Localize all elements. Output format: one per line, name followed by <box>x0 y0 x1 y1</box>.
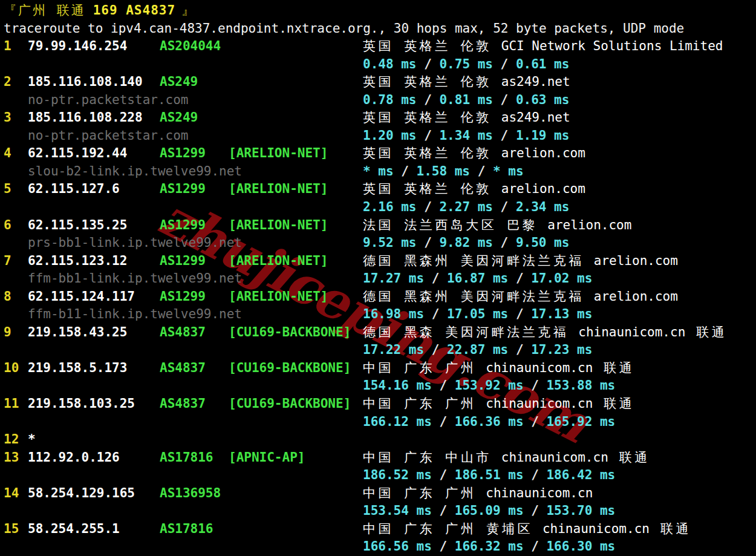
hop-as-tag: [CU169-BACKBONE] <box>229 359 351 378</box>
hop-row: 462.115.192.44AS1299[ARELION-NET]英国 英格兰 … <box>0 145 756 163</box>
rtt-separator: / <box>432 468 455 482</box>
hop-detail-row: 186.52 ms / 186.51 ms / 186.42 ms <box>0 466 756 485</box>
hop-isp: 联通 <box>660 522 691 536</box>
hop-asn: AS17816 <box>160 520 213 538</box>
rtt-separator: / <box>524 503 547 518</box>
hop-row: 9219.158.43.25AS4837[CU169-BACKBONE]德国 黑… <box>0 324 756 342</box>
hop-org: chinaunicom.cn <box>486 396 593 411</box>
hop-number: 11 <box>4 395 19 413</box>
rtt-separator: / <box>432 378 455 393</box>
hop-rtt: 17.22 ms / 22.87 ms / 17.23 ms <box>363 341 592 359</box>
hop-rtt-value: 9.52 ms <box>363 235 417 250</box>
hop-rtt-value: 165.09 ms <box>455 503 524 518</box>
hop-geo-block: 英国 英格兰 伦敦as249.net <box>363 73 570 91</box>
hop-rtt-value: 0.48 ms <box>363 57 417 71</box>
hop-org: chinaunicom.cn <box>486 486 593 500</box>
hop-rtt-value: 153.54 ms <box>363 503 432 518</box>
hop-rtt-value: 153.88 ms <box>546 378 615 393</box>
hop-ip: 219.158.5.173 <box>28 359 127 378</box>
hop-rtt-value: 17.22 ms <box>363 342 424 357</box>
hop-rtt-value: 2.16 ms <box>363 200 417 214</box>
hop-asn: AS136958 <box>160 485 221 503</box>
hop-number: 4 <box>4 145 11 163</box>
hop-geo: 德国 黑森州 美因河畔法兰克福 <box>363 253 584 268</box>
hop-ip: 62.115.135.25 <box>28 217 127 235</box>
hop-geo-block: 德国 黑森州 美因河畔法兰克福arelion.com <box>363 252 678 270</box>
hop-number: 15 <box>4 520 19 538</box>
rtt-separator: / <box>493 235 516 250</box>
hop-geo-block: 英国 英格兰 伦敦arelion.com <box>363 180 585 198</box>
hop-rtt-value: 1.58 ms <box>417 164 471 178</box>
rtt-separator: / <box>524 414 547 429</box>
hop-hostname: ffm-b11-link.ip.twelve99.net <box>28 306 242 324</box>
rtt-separator: / <box>432 503 455 518</box>
hop-geo-block: 德国 黑森州 美因河畔法兰克福arelion.com <box>363 288 678 306</box>
hop-row: 762.115.123.12AS1299[ARELION-NET]德国 黑森州 … <box>0 252 756 270</box>
hop-rtt-value: 17.13 ms <box>531 307 592 321</box>
hop-rtt: 0.78 ms / 0.81 ms / 0.63 ms <box>363 91 569 110</box>
hop-rtt-value: 0.81 ms <box>439 93 493 107</box>
hop-geo-block: 法国 法兰西岛大区 巴黎arelion.com <box>363 217 631 235</box>
hop-geo-block: 中国 广东 广州 黄埔区chinaunicom.cn联通 <box>363 520 691 538</box>
hop-rtt: 16.98 ms / 17.05 ms / 17.13 ms <box>363 306 592 324</box>
rtt-separator: / <box>493 57 516 71</box>
rtt-separator: / <box>432 539 455 554</box>
hop-rtt: 154.16 ms / 153.92 ms / 153.88 ms <box>363 377 615 395</box>
trace-header: 『广州 联通169 AS4837』 <box>4 2 194 20</box>
rtt-separator: / <box>424 271 447 286</box>
hop-detail-row: 2.16 ms / 2.27 ms / 2.34 ms <box>0 198 756 217</box>
hop-number: 12 <box>4 431 19 449</box>
hop-rtt-value: 17.02 ms <box>531 271 592 286</box>
hop-org: chinaunicom.cn <box>543 522 650 536</box>
hop-geo: 法国 法兰西岛大区 巴黎 <box>363 218 538 232</box>
hop-geo: 德国 黑森 美因河畔法兰克福 <box>363 325 569 339</box>
rtt-separator: / <box>432 414 455 429</box>
hop-org: GCI Network Solutions Limited <box>501 39 723 53</box>
hop-as-tag: [ARELION-NET] <box>229 252 328 270</box>
rtt-separator: / <box>493 93 516 107</box>
hop-row: 1558.254.255.1AS17816中国 广东 广州 黄埔区chinaun… <box>0 520 756 538</box>
terminal-window: zhujiceping.com 『广州 联通169 AS4837』 tracer… <box>0 0 756 556</box>
hop-rtt: 0.48 ms / 0.75 ms / 0.61 ms <box>363 56 569 74</box>
hop-geo: 中国 广东 广州 <box>363 396 476 411</box>
hop-detail-row: 17.22 ms / 22.87 ms / 17.23 ms <box>0 341 756 359</box>
trace-header-bracket: 』 <box>181 3 194 18</box>
hop-geo-block: 德国 黑森 美因河畔法兰克福chinaunicom.cn联通 <box>363 324 727 342</box>
hop-rtt-value: 9.50 ms <box>516 235 570 250</box>
hop-isp: 联通 <box>604 361 634 375</box>
hop-ip: 185.116.108.140 <box>28 73 143 91</box>
rtt-separator: / <box>417 235 440 250</box>
hop-geo: 中国 广东 广州 <box>363 361 476 375</box>
hop-rtt-value: * ms <box>493 164 524 178</box>
hop-rtt-value: 1.34 ms <box>439 128 493 143</box>
hop-ip: 79.99.146.254 <box>28 38 127 56</box>
hop-geo: 中国 广东 广州 <box>363 486 476 500</box>
hop-hostname: no-ptr.packetstar.com <box>28 127 189 145</box>
hop-row: 12* <box>0 431 756 449</box>
hop-detail-row: no-ptr.packetstar.com1.20 ms / 1.34 ms /… <box>0 127 756 145</box>
hop-rtt: 186.52 ms / 186.51 ms / 186.42 ms <box>363 466 615 485</box>
hop-rtt-value: 17.23 ms <box>531 342 592 357</box>
hop-geo-block: 英国 英格兰 伦敦GCI Network Solutions Limited <box>363 38 723 56</box>
hop-row: 2185.116.108.140AS249英国 英格兰 伦敦as249.net <box>0 73 756 91</box>
hop-detail-row: 154.16 ms / 153.92 ms / 153.88 ms <box>0 377 756 395</box>
trace-header-asn: 169 AS4837 <box>93 3 175 18</box>
hop-asn: AS249 <box>160 109 198 127</box>
hop-asn: AS1299 <box>160 180 206 198</box>
hop-rtt-value: 1.20 ms <box>363 128 417 143</box>
hop-ip: 62.115.123.12 <box>28 252 127 270</box>
hop-geo-block: 英国 英格兰 伦敦as249.net <box>363 109 570 127</box>
hop-ip: 185.116.108.228 <box>28 109 143 127</box>
hop-geo: 英国 英格兰 伦敦 <box>363 110 492 125</box>
hop-org: chinaunicom.cn <box>578 325 685 339</box>
rtt-separator: / <box>508 307 531 321</box>
hop-rtt-value: 0.63 ms <box>516 93 570 107</box>
hop-geo: 中国 广东 中山市 <box>363 450 492 465</box>
hop-rtt-value: 166.36 ms <box>455 414 524 429</box>
hop-rtt-value: 17.27 ms <box>363 271 424 286</box>
hop-org: arelion.com <box>501 146 585 160</box>
hop-ip: 219.158.43.25 <box>28 324 127 342</box>
hop-rtt: 1.20 ms / 1.34 ms / 1.19 ms <box>363 127 569 145</box>
hop-asn: AS1299 <box>160 217 206 235</box>
hop-as-tag: [CU169-BACKBONE] <box>229 324 351 342</box>
